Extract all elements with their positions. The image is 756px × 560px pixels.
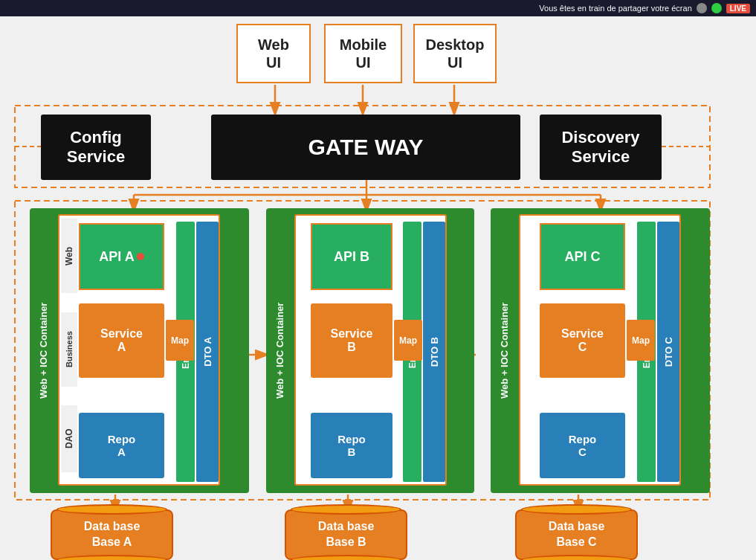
api-c-label: API C	[564, 249, 600, 265]
sharing-text: Vous êtes en train de partager votre écr…	[539, 4, 691, 13]
diagram-area: WebUI MobileUI DesktopUI ConfigService G…	[0, 16, 756, 560]
dto-a-label: DTO A	[202, 337, 213, 367]
service-c-label: ServiceC	[561, 327, 604, 354]
mobile-ui-label: MobileUI	[340, 36, 387, 71]
map-c-label: Map	[632, 335, 650, 346]
container-a-web-label: Web	[61, 219, 77, 293]
api-a-box: API A	[79, 223, 164, 290]
db-a-top	[56, 504, 167, 515]
api-a-dot	[137, 253, 144, 260]
container-c: Web + IOC Container API C DTO C Entity C…	[491, 208, 710, 493]
container-a-business-label: Business	[61, 312, 77, 387]
repo-b-label: RepoB	[337, 433, 366, 458]
web-ui-label: WebUI	[258, 36, 289, 71]
db-a-label: Data baseBase A	[84, 519, 140, 550]
status-dot-gray	[697, 3, 707, 13]
db-c-label: Data baseBase C	[549, 519, 605, 550]
database-b: Data baseBase B	[285, 504, 407, 560]
db-c-bottom	[521, 555, 632, 560]
map-a-label: Map	[171, 335, 189, 346]
desktop-ui-label: DesktopUI	[426, 36, 485, 71]
container-b-label: Web + IOC Container	[268, 208, 291, 493]
gateway-label: GATE WAY	[308, 134, 423, 161]
status-dot-green	[711, 3, 722, 13]
container-a: Web + IOC Container Web Business DAO API…	[30, 208, 249, 493]
service-a-label: ServiceA	[100, 327, 143, 354]
dto-c-label: DTO C	[663, 337, 674, 367]
db-b-label: Data baseBase B	[318, 519, 375, 550]
map-b-label: Map	[399, 335, 417, 346]
api-a-label: API A	[99, 249, 134, 265]
live-badge: LIVE	[726, 4, 750, 13]
discovery-service-label: DiscoveryService	[561, 128, 639, 167]
config-service-label: ConfigService	[67, 128, 125, 167]
api-b-label: API B	[334, 249, 369, 265]
repo-a-label: RepoA	[108, 433, 136, 458]
db-b-body: Data baseBase B	[285, 509, 407, 560]
db-a-body: Data baseBase A	[51, 509, 173, 560]
api-b-box: API B	[311, 223, 392, 290]
dto-b-label: DTO B	[429, 337, 440, 367]
service-b-label: ServiceB	[331, 327, 373, 354]
db-b-top	[291, 504, 401, 515]
container-b: Web + IOC Container API B DTO B Entity B…	[266, 208, 474, 493]
container-c-label: Web + IOC Container	[492, 208, 516, 493]
db-c-top	[521, 504, 632, 515]
discovery-service-box: DiscoveryService	[540, 115, 662, 180]
database-a: Data baseBase A	[51, 504, 173, 560]
desktop-ui-box: DesktopUI	[413, 24, 497, 83]
api-c-box: API C	[540, 223, 625, 290]
gateway-box: GATE WAY	[211, 115, 520, 180]
container-a-dao-label: DAO	[61, 405, 77, 472]
repo-c-label: RepoC	[569, 433, 597, 458]
web-ui-box: WebUI	[236, 24, 311, 83]
db-b-bottom	[291, 555, 401, 560]
container-a-label: Web + IOC Container	[31, 208, 55, 493]
database-c: Data baseBase C	[515, 504, 638, 560]
mobile-ui-box: MobileUI	[324, 24, 402, 83]
top-bar: Vous êtes en train de partager votre écr…	[0, 0, 756, 16]
config-service-box: ConfigService	[41, 115, 151, 180]
db-a-bottom	[56, 555, 167, 560]
db-c-body: Data baseBase C	[515, 509, 638, 560]
